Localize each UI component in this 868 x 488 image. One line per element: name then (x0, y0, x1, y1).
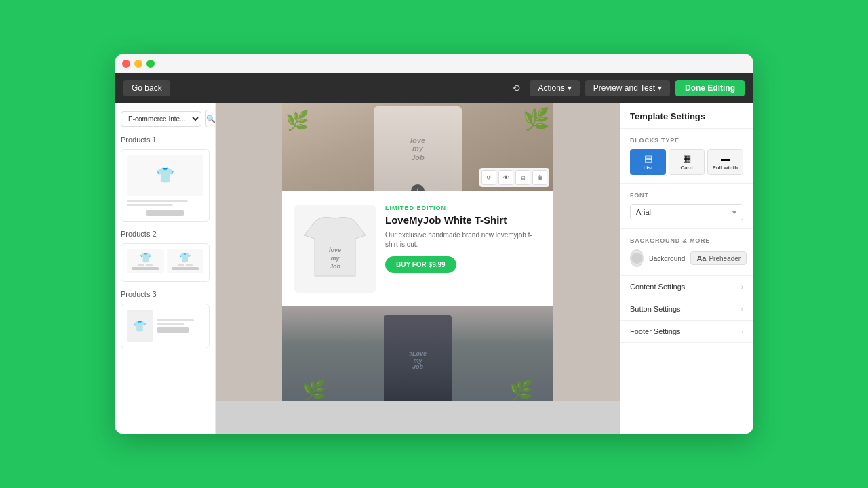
preview-label: Preview and Test (593, 83, 655, 93)
card-block-icon: ▦ (683, 153, 691, 163)
plant-left: 🌿 (285, 110, 309, 132)
content-settings-chevron-icon: › (741, 283, 743, 291)
tshirt-icon-1: 👕 (156, 167, 174, 184)
cell-btn-1 (132, 267, 159, 270)
bottom-photo-section: #LovemyJob 🌿 🌿 (282, 306, 553, 401)
button-settings-chevron-icon: › (741, 306, 743, 313)
go-back-button[interactable]: Go back (123, 80, 170, 96)
background-row: Background Aa Preheader (630, 249, 743, 267)
copy-tool-button[interactable]: ⧉ (515, 170, 530, 185)
line-1 (127, 200, 188, 202)
background-label: BACKGROUND & MORE (630, 237, 743, 244)
block-type-card-button[interactable]: ▦ Card (669, 149, 705, 175)
card-block-label: Card (680, 165, 692, 171)
blocks-type-row: ▤ List ▦ Card ▬ Full width (630, 149, 743, 175)
email-wrapper: lovemyJob 🌿 🌿 ↺ 👁 (282, 103, 553, 401)
background-swatch[interactable] (630, 249, 644, 267)
bottom-person-figure: #LovemyJob (384, 315, 452, 401)
top-photo-section: lovemyJob 🌿 🌿 ↺ 👁 (282, 103, 553, 191)
product-description: Our exclusive handmade brand new lovemyj… (385, 230, 541, 249)
btn-line-3 (157, 327, 189, 333)
background-section: BACKGROUND & MORE Background Aa Preheade… (620, 229, 753, 276)
tshirt-logo-bottom: #LovemyJob (409, 351, 427, 371)
product-cell-1: 👕 (127, 249, 164, 273)
rotate-tool-button[interactable]: ↺ (481, 170, 496, 185)
product-title: LoveMyJob White T-Shirt (385, 214, 541, 226)
products-2-label: Products 2 (121, 230, 210, 238)
preheader-aa-icon: Aa (696, 254, 706, 262)
sidebar-search-row: E-commerce Inte... 🔍 (121, 110, 210, 127)
line-3b (157, 323, 184, 325)
background-text: Background (649, 255, 685, 262)
search-icon-button[interactable]: 🔍 (205, 110, 216, 127)
fullwidth-block-icon: ▬ (721, 153, 730, 163)
svg-text:my: my (330, 255, 340, 262)
category-dropdown[interactable]: E-commerce Inte... (121, 111, 201, 127)
product-info: LIMITED EDITION LoveMyJob White T-Shirt … (385, 205, 541, 273)
btn-line-1 (146, 210, 184, 216)
line-3a (157, 319, 194, 321)
product-cell-2: 👕 (167, 249, 204, 273)
plant-right: 🌿 (523, 106, 550, 132)
bottom-content: #LovemyJob 🌿 🌿 (282, 312, 553, 401)
email-canvas: lovemyJob 🌿 🌿 ↺ 👁 (216, 103, 620, 401)
tshirt-icon-3: 👕 (133, 320, 146, 333)
font-select[interactable]: Arial Georgia Verdana Times New Roman (630, 204, 743, 220)
fullwidth-block-label: Full width (713, 165, 738, 171)
panel-title: Template Settings (630, 111, 743, 121)
footer-settings-label: Footer Settings (630, 327, 681, 336)
cell-btn-2 (172, 267, 199, 270)
button-settings-nav[interactable]: Button Settings › (620, 298, 753, 321)
footer-settings-chevron-icon: › (741, 328, 743, 336)
bottom-plant-left: 🌿 (302, 379, 326, 401)
products-1-label: Products 1 (121, 136, 210, 144)
actions-chevron-icon: ▾ (568, 83, 572, 93)
products-1-card[interactable]: 👕 (121, 149, 210, 222)
tshirt-logo-top: lovemyJob (410, 136, 425, 161)
products-1-lines (127, 200, 203, 216)
minimize-traffic-light[interactable] (134, 60, 142, 68)
svg-text:love: love (329, 247, 341, 253)
blocks-type-label: BLOCKS TYPE (630, 137, 743, 144)
background-swatch-inner (631, 253, 642, 264)
canvas-area[interactable]: lovemyJob 🌿 🌿 ↺ 👁 (216, 103, 620, 434)
block-type-fullwidth-button[interactable]: ▬ Full width (707, 149, 743, 175)
preview-tool-button[interactable]: 👁 (498, 170, 513, 185)
preheader-badge[interactable]: Aa Preheader (690, 251, 747, 265)
footer-settings-nav[interactable]: Footer Settings › (620, 321, 753, 343)
content-settings-label: Content Settings (630, 283, 685, 291)
top-person-figure: lovemyJob (374, 106, 462, 191)
bottom-plant-right: 🌿 (509, 379, 533, 401)
products-3-card[interactable]: 👕 (121, 304, 210, 348)
right-panel: Template Settings BLOCKS TYPE ▤ List ▦ C… (620, 103, 753, 434)
traffic-lights (122, 60, 155, 68)
preview-chevron-icon: ▾ (658, 83, 662, 93)
tshirt-icon-2a: 👕 (140, 252, 151, 263)
limited-edition-badge: LIMITED EDITION (385, 205, 541, 211)
products-1-thumbnail: 👕 (127, 155, 203, 196)
canvas-inner: lovemyJob 🌿 🌿 ↺ 👁 (216, 103, 620, 401)
block-type-list-button[interactable]: ▤ List (630, 149, 666, 175)
button-settings-label: Button Settings (630, 305, 681, 313)
section-toolbar: ↺ 👁 ⧉ 🗑 (479, 168, 549, 187)
line-2 (127, 204, 173, 206)
done-editing-button[interactable]: Done Editing (675, 80, 745, 96)
list-block-icon: ▤ (644, 153, 652, 163)
title-bar (115, 54, 753, 73)
delete-tool-button[interactable]: 🗑 (532, 170, 547, 185)
left-sidebar: E-commerce Inte... 🔍 Products 1 👕 Produc… (115, 103, 216, 434)
blocks-type-section: BLOCKS TYPE ▤ List ▦ Card ▬ Full width (620, 129, 753, 184)
content-settings-nav[interactable]: Content Settings › (620, 276, 753, 298)
fullscreen-traffic-light[interactable] (146, 60, 155, 68)
products-2-card[interactable]: 👕 👕 (121, 243, 210, 282)
buy-button[interactable]: BUY FOR $9.99 (385, 256, 456, 273)
font-section: FONT Arial Georgia Verdana Times New Rom… (620, 184, 753, 229)
close-traffic-light[interactable] (122, 60, 130, 68)
actions-button[interactable]: Actions ▾ (530, 80, 579, 96)
panel-header: Template Settings (620, 103, 753, 129)
history-icon-button[interactable]: ⟲ (508, 80, 524, 96)
bottom-figure: #LovemyJob 🌿 🌿 (282, 306, 553, 401)
actions-label: Actions (538, 83, 564, 93)
products-3-thumbnail: 👕 (127, 310, 153, 342)
preview-test-button[interactable]: Preview and Test ▾ (585, 80, 670, 96)
